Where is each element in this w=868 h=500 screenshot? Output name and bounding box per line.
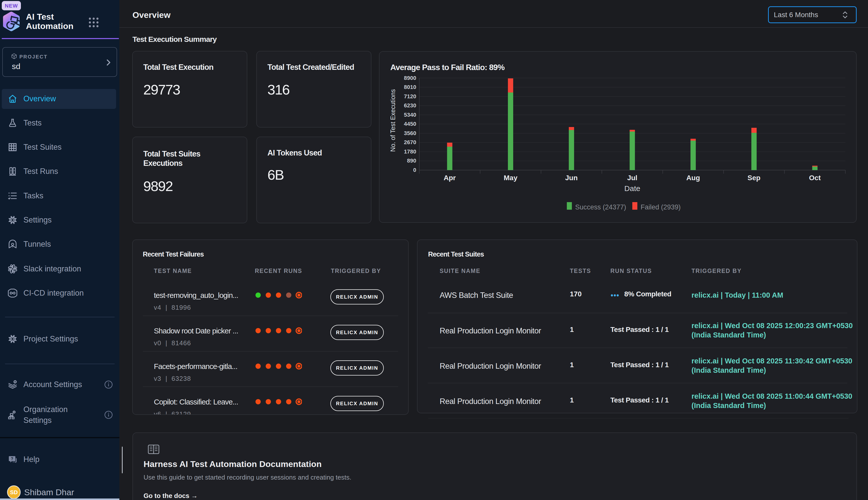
svg-text:890: 890 <box>407 158 416 164</box>
svg-text:Aug: Aug <box>686 174 700 182</box>
svg-text:7120: 7120 <box>404 93 416 100</box>
svg-text:4450: 4450 <box>404 121 416 127</box>
svg-text:Apr: Apr <box>444 174 456 182</box>
svg-text:2670: 2670 <box>404 139 416 145</box>
svg-text:8010: 8010 <box>404 84 416 90</box>
svg-text:Date: Date <box>624 184 640 193</box>
svg-text:0: 0 <box>413 167 416 173</box>
svg-text:1780: 1780 <box>404 148 416 155</box>
svg-text:Success (24377): Success (24377) <box>575 203 626 211</box>
svg-text:?: ? <box>11 457 13 461</box>
svg-text:3560: 3560 <box>404 130 416 136</box>
svg-text:5340: 5340 <box>404 112 416 118</box>
svg-text:Sep: Sep <box>748 174 761 182</box>
svg-text:Jul: Jul <box>627 174 637 182</box>
svg-text:Failed (2939): Failed (2939) <box>641 203 681 211</box>
svg-text:Jun: Jun <box>565 174 578 182</box>
svg-text:No. of Test Executions: No. of Test Executions <box>389 89 396 152</box>
svg-text:6230: 6230 <box>404 102 416 109</box>
svg-text:8900: 8900 <box>404 75 416 81</box>
svg-text:May: May <box>504 174 517 182</box>
svg-text:Oct: Oct <box>809 174 821 182</box>
